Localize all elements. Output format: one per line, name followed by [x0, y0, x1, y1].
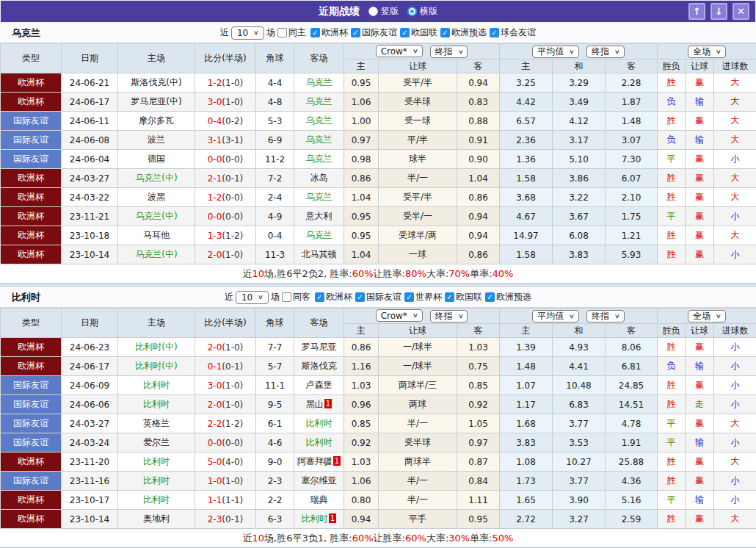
euro-draw-odds-cell: 4.93: [553, 338, 606, 357]
chevron-down-icon: ∨: [716, 313, 722, 320]
handicap-home-odds-cell: 0.98: [344, 150, 379, 169]
competition-filter-checkbox[interactable]: ✓欧国联: [400, 26, 437, 39]
home-team-cell: 摩尔多瓦: [118, 112, 195, 131]
euro-away-odds-cell: 24.85: [606, 376, 658, 395]
euro-source-select[interactable]: 平均值∨: [532, 46, 579, 58]
euro-home-odds-cell: 1.36: [500, 150, 553, 169]
scroll-up-button[interactable]: ↑: [688, 3, 705, 20]
bookmaker-select[interactable]: Crow*∨: [376, 45, 423, 57]
match-row: 国际友谊24-06-08波兰3-1(3-1)6-9乌克兰0.97平/半0.912…: [1, 131, 756, 150]
euro-away-odds-cell: 1.87: [606, 93, 658, 112]
home-team-cell: 乌克兰(中): [118, 245, 195, 264]
date-cell: 24-03-27: [62, 414, 118, 433]
competition-filter-checkbox[interactable]: ✓球会友谊: [490, 26, 536, 39]
checkbox-checked-icon: ✓: [490, 28, 499, 37]
away-team-name: 比利时: [306, 418, 332, 428]
recent-count-select[interactable]: 10∨: [236, 291, 269, 304]
competition-filter-checkbox[interactable]: ✓世界杯: [404, 291, 442, 303]
euro-draw-odds-cell: 3.27: [553, 510, 606, 529]
euro-draw-odds-cell: 3.90: [553, 491, 606, 510]
away-team-name: 塞尔维亚: [302, 475, 337, 486]
halftime-score: (1-0): [222, 78, 243, 88]
handicap-line-cell: 两球: [379, 395, 457, 414]
away-team-name: 罗马尼亚: [302, 342, 337, 352]
handicap-home-odds-cell: 1.06: [344, 472, 379, 491]
score-cell: 2-0(1-0): [195, 395, 256, 414]
scroll-down-button[interactable]: ↓: [710, 3, 727, 20]
euro-time-value: 终指: [592, 310, 609, 322]
home-team-cell: 波黑: [118, 188, 195, 207]
same-home-checkbox[interactable]: 同主: [277, 26, 306, 39]
euro-away-odds-cell: 1.48: [606, 112, 658, 131]
handicap-home-odds-cell: 1.06: [344, 93, 379, 112]
result-handicap-cell: 赢: [686, 188, 714, 207]
away-team-cell: 比利时1: [294, 510, 344, 529]
competition-filter-checkbox[interactable]: ✓欧洲杯: [310, 26, 348, 39]
subcol-result-wdl: 胜负: [658, 60, 686, 73]
subcol-handicap-home: 主: [344, 60, 379, 73]
handicap-time-select[interactable]: 终指∨: [430, 46, 468, 58]
handicap-time-select[interactable]: 终指∨: [430, 310, 468, 322]
summary-text: 近: [243, 532, 252, 545]
same-away-label: 同客: [293, 291, 310, 303]
result-outcome-cell: 胜: [658, 188, 686, 207]
fulltime-score: 0-0: [208, 438, 222, 448]
handicap-line-cell: 受半/一: [379, 207, 457, 226]
period-select[interactable]: 全场∨: [688, 310, 726, 322]
handicap-away-odds-cell: 0.94: [457, 73, 500, 93]
competition-filter-checkbox[interactable]: ✓欧国联: [445, 291, 482, 303]
date-cell: 24-06-09: [62, 376, 118, 395]
bookmaker-select[interactable]: Crow*∨: [376, 309, 423, 322]
euro-time-select[interactable]: 终指∨: [586, 310, 625, 322]
chevron-down-icon: ∨: [412, 48, 418, 54]
home-team-cell: 比利时: [118, 376, 195, 395]
match-row: 国际友谊24-06-06比利时2-0(1-0)9-5黑山10.96两球0.921…: [1, 395, 756, 414]
competition-filter-checkbox[interactable]: ✓欧洲预选: [485, 291, 531, 303]
result-goals-cell: 大: [714, 226, 756, 245]
radio-vertical-layout[interactable]: 竖版: [368, 5, 399, 18]
subcol-result-goals: 进球数: [714, 60, 756, 73]
result-handicap-cell: 输: [686, 357, 714, 376]
competition-filter-checkbox[interactable]: ✓欧洲预选: [440, 26, 487, 39]
recent-count-select[interactable]: 10∨: [231, 26, 264, 40]
summary-text: 10: [252, 268, 265, 279]
period-select[interactable]: 全场∨: [688, 46, 726, 58]
halftime-score: (0-0): [222, 212, 243, 222]
euro-home-odds-cell: 1.58: [500, 169, 553, 188]
date-cell: 24-06-17: [62, 93, 118, 112]
checkbox-checked-icon: ✓: [445, 292, 454, 302]
type-cell: 欧洲杯: [1, 338, 62, 357]
competition-filter-checkbox[interactable]: ✓欧洲杯: [315, 291, 352, 303]
handicap-home-odds-cell: 1.04: [344, 188, 379, 207]
date-cell: 24-03-24: [62, 433, 118, 453]
result-handicap-cell: 赢: [686, 414, 714, 433]
titlebar: 近期战绩 竖版 横版 ↑ ↓ ✕: [0, 0, 756, 23]
euro-time-select[interactable]: 终指∨: [586, 46, 625, 58]
summary-text: 大率:: [426, 532, 448, 545]
handicap-away-odds-cell: 1.05: [457, 414, 500, 433]
close-button[interactable]: ✕: [733, 3, 749, 20]
summary-text: 场,胜6平3负1, 胜率:: [264, 532, 352, 545]
competition-filter-checkbox[interactable]: ✓国际友谊: [351, 26, 397, 39]
handicap-group-header: Crow*∨ 终指∨: [344, 44, 500, 60]
competition-filter-checkbox[interactable]: ✓国际友谊: [355, 291, 401, 303]
fulltime-score: 0-0: [208, 154, 222, 165]
col-header-away: 客场: [294, 44, 344, 73]
recent-label: 近: [220, 26, 229, 39]
radio-horizontal-layout[interactable]: 横版: [407, 5, 437, 18]
filter-row: 乌克兰 近 10∨ 场 同主 ✓欧洲杯✓国际友谊✓欧国联✓欧洲预选✓球会友谊: [0, 23, 756, 43]
corners-cell: 2-3: [256, 472, 294, 491]
chevron-down-icon: ∨: [258, 294, 263, 300]
same-away-checkbox[interactable]: 同客: [282, 291, 310, 303]
page-title: 近期战绩: [319, 5, 360, 18]
match-row: 欧洲杯24-03-27乌克兰(中)2-1(0-1)7-2冰岛0.86半/一1.0…: [1, 169, 756, 188]
home-team-cell: 爱尔兰: [118, 433, 195, 453]
euro-draw-odds-cell: 6.08: [553, 226, 606, 245]
result-outcome-cell: 负: [658, 93, 686, 112]
euro-away-odds-cell: 2.59: [606, 510, 658, 529]
euro-source-select[interactable]: 平均值∨: [532, 310, 579, 322]
handicap-home-odds-cell: 0.86: [344, 169, 379, 188]
handicap-away-odds-cell: 1.11: [457, 491, 500, 510]
home-team-name: 乌克兰(中): [135, 173, 177, 183]
score-cell: 0-0(0-0): [195, 150, 256, 169]
